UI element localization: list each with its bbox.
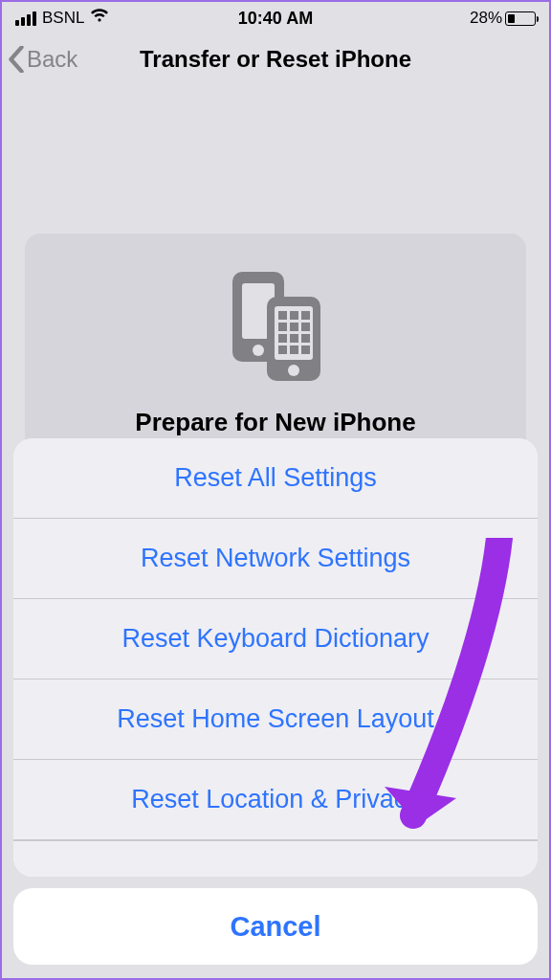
- cancel-button[interactable]: Cancel: [13, 888, 538, 965]
- reset-keyboard-dictionary[interactable]: Reset Keyboard Dictionary: [13, 599, 538, 679]
- action-sheet-group: Reset All Settings Reset Network Setting…: [13, 438, 538, 877]
- reset-location-privacy[interactable]: Reset Location & Privacy: [13, 760, 538, 840]
- device-frame: BSNL 10:40 AM 28% Back Trans: [0, 0, 551, 980]
- sheet-cutoff-row: [13, 840, 538, 877]
- reset-network-settings[interactable]: Reset Network Settings: [13, 519, 538, 599]
- reset-home-screen-layout[interactable]: Reset Home Screen Layout: [13, 679, 538, 760]
- reset-action-sheet: Reset All Settings Reset Network Setting…: [13, 438, 538, 965]
- reset-all-settings[interactable]: Reset All Settings: [13, 438, 538, 519]
